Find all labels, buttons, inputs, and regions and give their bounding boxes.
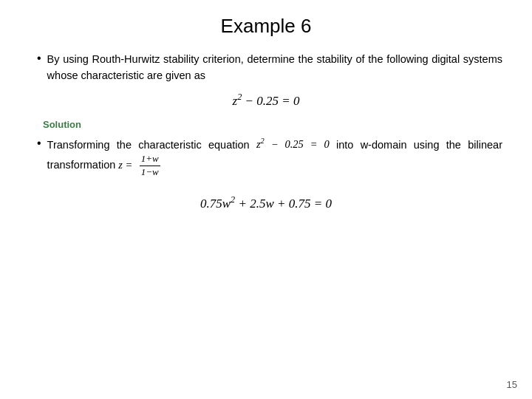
eq1-display: z2 − 0.25 = 0 [233,94,300,108]
page-number: 15 [507,379,517,390]
slide-title: Example 6 [30,15,502,38]
bullet-dot-1: • [37,52,41,65]
bullet2-eq1: z2 − 0.25 = 0 [256,138,330,150]
bullet-dot-2: • [37,137,41,150]
bullet-block-1: • By using Routh-Hurwitz stability crite… [37,51,502,84]
bilinear-fraction: 1+w 1−w [140,153,160,179]
bullet-block-2: • Transforming the characteristic equati… [37,136,502,179]
eq2-display: 0.75w2 + 2.5w + 0.75 = 0 [200,197,332,211]
solution-label: Solution [43,119,502,130]
equation-2: 0.75w2 + 2.5w + 0.75 = 0 [30,195,502,212]
equation-1: z2 − 0.25 = 0 [30,92,502,109]
slide: Example 6 • By using Routh-Hurwitz stabi… [0,0,532,399]
frac-numerator: 1+w [140,153,160,166]
bullet2-part1: Transforming the characteristic equation [47,138,256,150]
bullet2-z-eq: z = 1+w 1−w [118,159,161,171]
frac-denominator: 1−w [140,166,160,179]
bullet-item-2: • Transforming the characteristic equati… [37,136,502,179]
bullet-item-1: • By using Routh-Hurwitz stability crite… [37,51,502,84]
bullet-text-1: By using Routh-Hurwitz stability criteri… [47,51,502,84]
bullet1-text: By using Routh-Hurwitz stability criteri… [47,53,502,81]
bullet-text-2: Transforming the characteristic equation… [47,136,502,179]
